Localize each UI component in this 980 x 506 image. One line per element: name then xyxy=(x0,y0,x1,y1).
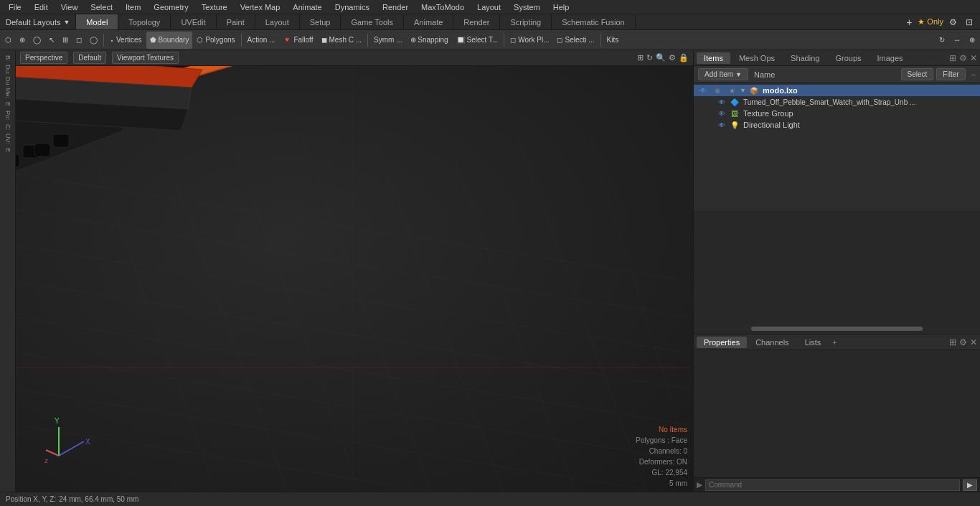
viewport[interactable]: Perspective Default Viewport Textures ⊞ … xyxy=(16,50,693,492)
items-filter-button[interactable]: Filter xyxy=(936,68,965,80)
vp-default-btn[interactable]: Default xyxy=(73,52,106,64)
tool-vp-rotate[interactable]: ↻ xyxy=(936,32,948,49)
panel-close-icon[interactable]: ✕ xyxy=(970,53,977,63)
left-tool-dup1[interactable]: Du: xyxy=(1,65,14,75)
tool-vp-zoom[interactable]: ⊕ xyxy=(966,32,979,49)
tool-vertices[interactable]: ⬩ Vertices xyxy=(106,32,146,49)
vp-refresh-icon[interactable]: ↻ xyxy=(646,53,653,62)
star-icon-root[interactable]: ★ xyxy=(729,87,735,95)
items-minus-icon[interactable]: − xyxy=(971,70,976,79)
menu-edit[interactable]: Edit xyxy=(29,1,54,13)
tree-expand-root[interactable]: ▼ xyxy=(740,87,746,94)
layout-maximize-icon[interactable]: ⊡ xyxy=(963,17,976,27)
tree-item-light[interactable]: 👁 💡 Directional Light xyxy=(694,119,980,131)
command-input[interactable] xyxy=(705,479,960,491)
tool-mode-7[interactable]: ◯ xyxy=(86,32,101,49)
eye-icon-root[interactable]: 👁 xyxy=(699,87,707,95)
tab-model[interactable]: Model xyxy=(76,14,118,29)
tree-item-root[interactable]: 👁 ⊕ ★ ▼ 📦 modo.lxo xyxy=(694,85,980,96)
menu-select[interactable]: Select xyxy=(85,1,118,13)
tool-boundary[interactable]: ⬟ Boundary xyxy=(146,32,193,49)
tab-shading[interactable]: Shading xyxy=(783,52,826,64)
eye-icon-mesh[interactable]: 👁 xyxy=(718,98,725,106)
tool-action[interactable]: Action ... xyxy=(244,32,279,49)
left-tool-uv[interactable]: UV: xyxy=(1,133,14,144)
tab-properties[interactable]: Properties xyxy=(697,337,747,348)
tool-work-pl[interactable]: ◻ Work Pl... xyxy=(507,32,552,49)
left-tool-e2[interactable]: E xyxy=(1,145,14,155)
tree-item-texgroup[interactable]: 👁 🖼 Texture Group xyxy=(694,108,980,119)
tab-topology[interactable]: Topology xyxy=(118,14,171,29)
tool-kits[interactable]: Kits xyxy=(603,32,623,49)
left-tool-b[interactable]: B: xyxy=(1,53,14,63)
tab-uvedit[interactable]: UVEdit xyxy=(171,14,216,29)
tool-select-arrow[interactable]: ↖ xyxy=(45,32,58,49)
vp-camera-icon[interactable]: ⊞ xyxy=(637,53,644,62)
add-item-button[interactable]: Add Item ▼ xyxy=(698,68,748,80)
vp-perspective-btn[interactable]: Perspective xyxy=(20,52,67,64)
left-tool-e[interactable]: E xyxy=(1,99,14,109)
layout-dropdown[interactable]: Default Layouts ▼ xyxy=(0,14,76,29)
layout-add-button[interactable]: + xyxy=(903,17,915,28)
menu-render[interactable]: Render xyxy=(377,1,414,13)
tool-mesh[interactable]: ◼ Mesh C ... xyxy=(318,32,366,49)
layout-settings-icon[interactable]: ⚙ xyxy=(946,17,960,27)
tab-gametools[interactable]: Game Tools xyxy=(341,14,404,29)
props-close-icon[interactable]: ✕ xyxy=(970,337,977,347)
eye-icon-light[interactable]: 👁 xyxy=(718,121,725,129)
tool-select-t[interactable]: 🔲 Select T... xyxy=(453,32,502,49)
props-settings-icon[interactable]: ⚙ xyxy=(959,337,967,347)
menu-view[interactable]: View xyxy=(55,1,84,13)
panel-expand-icon[interactable]: ⊞ xyxy=(949,53,956,63)
tab-schematic-fusion[interactable]: Schematic Fusion xyxy=(552,14,635,29)
tool-mode-3[interactable]: ◯ xyxy=(29,32,44,49)
tab-channels[interactable]: Channels xyxy=(748,337,796,348)
props-expand-icon[interactable]: ⊞ xyxy=(949,337,956,347)
menu-vertexmap[interactable]: Vertex Map xyxy=(235,1,286,13)
tab-lists[interactable]: Lists xyxy=(798,337,829,348)
tool-mode-1[interactable]: ⬡ xyxy=(1,32,15,49)
tree-item-mesh[interactable]: 👁 🔷 Turned_Off_Pebble_Smart_Watch_with_S… xyxy=(694,96,980,108)
tab-setup[interactable]: Setup xyxy=(300,14,341,29)
command-execute-button[interactable]: ▶ xyxy=(963,479,977,491)
tab-scripting[interactable]: Scripting xyxy=(500,14,552,29)
plus-icon-root[interactable]: ⊕ xyxy=(715,87,720,95)
vp-lock-icon[interactable]: 🔒 xyxy=(679,53,689,62)
vp-canvas[interactable]: X Y Z No Items Polygons : Face Channels:… xyxy=(16,66,693,492)
tool-mode-2[interactable]: ⊕ xyxy=(16,32,29,49)
vp-textures-btn[interactable]: Viewport Textures xyxy=(112,52,179,64)
tool-selecti[interactable]: ◻ Selecti ... xyxy=(553,32,598,49)
menu-item[interactable]: Item xyxy=(120,1,146,13)
menu-dynamics[interactable]: Dynamics xyxy=(329,1,375,13)
tool-symm[interactable]: Symm ... xyxy=(370,32,405,49)
tool-mode-6[interactable]: ◻ xyxy=(72,32,85,49)
menu-texture[interactable]: Texture xyxy=(196,1,233,13)
left-tool-dup2[interactable]: Du xyxy=(1,76,14,86)
menu-help[interactable]: Help xyxy=(547,1,575,13)
tab-images[interactable]: Images xyxy=(870,52,910,64)
menu-file[interactable]: File xyxy=(3,1,27,13)
tool-polygons[interactable]: ⬡ Polygons xyxy=(193,32,238,49)
left-tool-c[interactable]: C: xyxy=(1,122,14,132)
star-only-button[interactable]: ★ Only xyxy=(918,17,943,27)
menu-system[interactable]: System xyxy=(508,1,546,13)
tab-paint[interactable]: Paint xyxy=(217,14,255,29)
panel-settings-icon[interactable]: ⚙ xyxy=(959,53,967,63)
eye-icon-texgroup[interactable]: 👁 xyxy=(718,110,725,118)
vp-search-icon[interactable]: 🔍 xyxy=(656,53,666,62)
tab-mesh-ops[interactable]: Mesh Ops xyxy=(732,52,782,64)
tool-falloff[interactable]: 🔻 Falloff xyxy=(279,32,316,49)
tab-render[interactable]: Render xyxy=(453,14,500,29)
tool-vp-pan[interactable]: ↔ xyxy=(950,32,964,49)
vp-settings-icon[interactable]: ⚙ xyxy=(669,53,676,62)
tool-mode-5[interactable]: ⊞ xyxy=(59,32,72,49)
tool-snapping[interactable]: ⊕ Snapping xyxy=(407,32,452,49)
menu-geometry[interactable]: Geometry xyxy=(148,1,194,13)
props-plus-icon[interactable]: + xyxy=(832,338,837,347)
items-select-button[interactable]: Select xyxy=(901,68,934,80)
tab-items[interactable]: Items xyxy=(697,52,730,64)
tab-groups[interactable]: Groups xyxy=(828,52,868,64)
left-tool-me[interactable]: Me: xyxy=(1,88,14,98)
menu-maxtomodo[interactable]: MaxToModo xyxy=(415,1,470,13)
tab-animate[interactable]: Animate xyxy=(404,14,453,29)
